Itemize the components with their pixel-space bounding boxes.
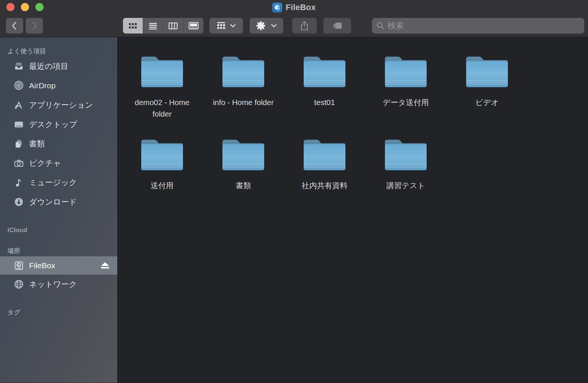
- folder-item-video[interactable]: ビデオ: [446, 53, 528, 136]
- share-icon: [300, 20, 309, 31]
- folder-name: ビデオ: [475, 96, 499, 108]
- toolbar: [0, 15, 588, 37]
- sidebar-item-label: ミュージック: [29, 177, 77, 188]
- folder-name: 社内共有資料: [302, 180, 348, 191]
- folder-icon: [302, 53, 347, 88]
- chevron-right-icon: [31, 21, 38, 31]
- finder-window: FileBox: [0, 0, 588, 383]
- eject-button[interactable]: [100, 262, 110, 269]
- sidebar-item-airdrop[interactable]: AirDrop: [0, 76, 117, 95]
- tag-icon: [332, 22, 342, 29]
- fullscreen-button[interactable]: [35, 3, 44, 11]
- search-input[interactable]: [388, 21, 580, 31]
- sidebar-item-label: アプリケーション: [29, 100, 93, 110]
- folder-item-demo02[interactable]: demo02 - Home folder: [121, 53, 203, 136]
- folder-name: test01: [314, 96, 335, 108]
- share-button[interactable]: [292, 18, 317, 34]
- gallery-view-button[interactable]: [183, 18, 203, 34]
- sidebar-section-favorites: よく使う項目: [0, 46, 117, 57]
- sidebar-item-pictures[interactable]: ピクチャ: [0, 153, 117, 173]
- folder-name: info - Home folder: [213, 96, 274, 108]
- window-header: FileBox: [0, 0, 588, 37]
- sidebar-item-music[interactable]: ミュージック: [0, 173, 117, 192]
- back-button[interactable]: [6, 18, 23, 34]
- minimize-button[interactable]: [21, 3, 29, 11]
- sidebar-item-label: 最近の項目: [29, 61, 69, 72]
- sidebar-item-network[interactable]: ネットワーク: [0, 275, 117, 294]
- folder-item-shanai-kyouyuu[interactable]: 社内共有資料: [284, 136, 365, 219]
- window-title: FileBox: [286, 3, 316, 12]
- sidebar-item-label: ピクチャ: [29, 158, 61, 168]
- column-view-button[interactable]: [163, 18, 183, 34]
- sidebar-item-downloads[interactable]: ダウンロード: [0, 192, 117, 212]
- sidebar-item-label: AirDrop: [29, 81, 56, 90]
- folder-item-info[interactable]: info - Home folder: [203, 53, 284, 136]
- folder-name: 書類: [236, 180, 251, 191]
- folder-item-koushuu-test[interactable]: 講習テスト: [365, 136, 446, 219]
- search-icon: [376, 22, 385, 30]
- folder-icon: [302, 136, 347, 171]
- sidebar-item-label: デスクトップ: [29, 119, 77, 130]
- sidebar-item-documents[interactable]: 書類: [0, 134, 117, 153]
- network-icon: [13, 279, 24, 289]
- sidebar-item-label: FileBox: [29, 261, 55, 270]
- sidebar: よく使う項目 最近の項目: [0, 37, 118, 383]
- chevron-left-icon: [11, 21, 18, 31]
- folder-icon: [464, 53, 510, 88]
- pictures-icon: [13, 158, 24, 168]
- external-drive-icon: [13, 260, 24, 271]
- folder-name: 送付用: [151, 180, 174, 191]
- gear-icon: [256, 21, 266, 31]
- file-browser-content[interactable]: demo02 - Home folder info - Home folder …: [118, 37, 588, 383]
- icon-view-button[interactable]: [123, 18, 143, 34]
- folder-item-soufuyou[interactable]: 送付用: [121, 136, 203, 219]
- title-area: FileBox: [272, 0, 316, 15]
- icon-view-icon: [129, 22, 137, 29]
- search-field[interactable]: [372, 18, 584, 34]
- group-icon: [217, 22, 225, 29]
- folder-icon: [221, 53, 266, 88]
- list-view-button[interactable]: [143, 18, 163, 34]
- folder-icon: [139, 136, 185, 171]
- sidebar-item-applications[interactable]: アプリケーション: [0, 95, 117, 115]
- downloads-icon: [13, 197, 24, 207]
- list-view-icon: [149, 22, 157, 29]
- gallery-view-icon: [189, 22, 199, 29]
- traffic-lights: [6, 3, 44, 11]
- action-button[interactable]: [250, 18, 283, 34]
- folder-icon: [139, 53, 185, 88]
- sidebar-item-filebox[interactable]: FileBox: [0, 256, 117, 275]
- sidebar-item-label: ダウンロード: [29, 197, 77, 207]
- folder-item-shorui[interactable]: 書類: [203, 136, 284, 219]
- folder-grid: demo02 - Home folder info - Home folder …: [121, 53, 531, 219]
- group-button[interactable]: [209, 18, 243, 34]
- forward-button[interactable]: [26, 18, 43, 34]
- music-icon: [13, 177, 24, 188]
- documents-icon: [13, 139, 24, 149]
- folder-name: 講習テスト: [386, 180, 425, 191]
- filebox-app-icon: [272, 3, 282, 13]
- sidebar-section-tags: タグ: [0, 307, 117, 318]
- sidebar-item-label: 書類: [29, 139, 45, 149]
- column-view-icon: [168, 22, 178, 29]
- close-button[interactable]: [6, 3, 15, 11]
- sidebar-section-locations: 場所: [0, 246, 117, 256]
- folder-icon: [221, 136, 266, 171]
- chevron-down-icon: [271, 24, 277, 28]
- titlebar[interactable]: FileBox: [0, 0, 588, 15]
- tag-button[interactable]: [323, 18, 351, 34]
- recents-icon: [13, 61, 24, 72]
- folder-icon: [383, 136, 429, 171]
- airdrop-icon: [13, 80, 24, 91]
- sidebar-section-icloud: iCloud: [0, 225, 117, 235]
- folder-name: demo02 - Home folder: [130, 96, 194, 120]
- view-mode-control: [123, 18, 203, 34]
- chevron-down-icon: [230, 24, 236, 28]
- applications-icon: [13, 100, 24, 110]
- sidebar-item-desktop[interactable]: デスクトップ: [0, 115, 117, 134]
- sidebar-item-recents[interactable]: 最近の項目: [0, 57, 117, 76]
- desktop-icon: [13, 119, 24, 130]
- folder-item-data-soufuyou[interactable]: データ送付用: [365, 53, 446, 136]
- folder-item-test01[interactable]: test01: [284, 53, 365, 136]
- folder-icon: [383, 53, 429, 88]
